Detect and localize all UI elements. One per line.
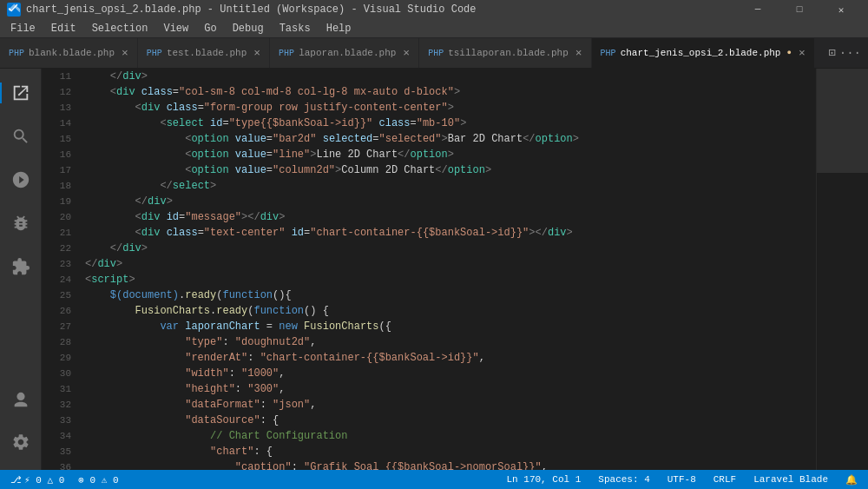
activity-search[interactable]	[0, 116, 42, 157]
menu-file[interactable]: File	[3, 21, 43, 36]
menu-view[interactable]: View	[156, 21, 195, 36]
window-controls[interactable]: ─ □ ✕	[738, 0, 861, 19]
activity-git[interactable]	[0, 159, 42, 201]
split-editor-icon[interactable]: ⊡	[828, 45, 835, 60]
tab-close-icon[interactable]: ×	[799, 47, 806, 60]
vscode-icon	[7, 3, 21, 17]
tab-icon: PHP	[279, 49, 294, 58]
git-icon: ⎇	[10, 474, 22, 486]
errors-warnings[interactable]: ⊗ 0 ⚠ 0	[75, 470, 122, 489]
line-ending[interactable]: CRLF	[710, 470, 740, 489]
activity-explorer[interactable]	[0, 72, 42, 114]
editor-area: 1112131415161718192021222324252627282930…	[42, 69, 868, 470]
bell-icon: 🔔	[845, 474, 858, 486]
line-ending-text: CRLF	[713, 474, 736, 485]
title-text: chart_jenis_opsi_2.blade.php - Untitled …	[26, 3, 476, 16]
git-status: ⚡ 0 △ 0	[24, 474, 64, 486]
minimize-button[interactable]: ─	[738, 0, 778, 19]
position-text: Ln 170, Col 1	[507, 474, 582, 485]
menu-bar: File Edit Selection View Go Debug Tasks …	[0, 19, 868, 38]
tab-blank-blade[interactable]: PHP blank.blade.php ×	[0, 38, 138, 68]
status-left: ⎇ ⚡ 0 △ 0 ⊗ 0 ⚠ 0	[7, 470, 122, 489]
more-icon[interactable]: ···	[839, 46, 861, 60]
status-bar: ⎇ ⚡ 0 △ 0 ⊗ 0 ⚠ 0 Ln 170, Col 1 Spaces: …	[0, 470, 868, 489]
status-right: Ln 170, Col 1 Spaces: 4 UTF-8 CRLF Larav…	[503, 470, 862, 489]
title-bar: chart_jenis_opsi_2.blade.php - Untitled …	[0, 0, 868, 19]
tab-icon: PHP	[428, 49, 444, 58]
tab-actions: ⊡ ···	[821, 38, 868, 68]
spaces-text: Spaces: 4	[598, 474, 649, 485]
tab-label: blank.blade.php	[29, 48, 115, 58]
errors-text: ⊗ 0 ⚠ 0	[78, 474, 118, 486]
encoding[interactable]: UTF-8	[664, 470, 700, 489]
line-numbers: 1112131415161718192021222324252627282930…	[42, 69, 78, 470]
modified-indicator: ●	[786, 49, 791, 57]
tab-close-icon[interactable]: ×	[575, 47, 582, 60]
tab-close-icon[interactable]: ×	[253, 47, 260, 60]
tab-chart-jenis-opsi[interactable]: PHP chart_jenis_opsi_2.blade.php ● ×	[592, 38, 815, 68]
activity-account[interactable]	[0, 380, 42, 421]
code-content[interactable]: </div> <div class="col-sm-8 col-md-8 col…	[78, 69, 816, 470]
menu-tasks[interactable]: Tasks	[273, 21, 318, 36]
activity-settings[interactable]	[0, 421, 42, 463]
tab-label: tsillaporan.blade.php	[448, 48, 569, 58]
activity-bar	[0, 69, 42, 470]
tab-label: chart_jenis_opsi_2.blade.php	[621, 48, 781, 58]
tab-test-blade[interactable]: PHP test.blade.php ×	[138, 38, 270, 68]
activity-bottom	[0, 380, 42, 470]
tab-label: laporan.blade.php	[299, 48, 396, 58]
tab-icon: PHP	[601, 49, 616, 58]
tab-close-icon[interactable]: ×	[403, 47, 410, 60]
menu-selection[interactable]: Selection	[85, 21, 155, 36]
main-layout: 1112131415161718192021222324252627282930…	[0, 69, 868, 470]
menu-edit[interactable]: Edit	[44, 21, 83, 36]
activity-debug[interactable]	[0, 202, 42, 244]
close-button[interactable]: ✕	[821, 0, 861, 19]
notification-bell[interactable]: 🔔	[842, 470, 861, 489]
tab-icon: PHP	[147, 49, 162, 58]
tab-laporan-blade[interactable]: PHP laporan.blade.php ×	[270, 38, 419, 68]
menu-go[interactable]: Go	[197, 21, 223, 36]
tab-tsillaporan-blade[interactable]: PHP tsillaporan.blade.php ×	[419, 38, 591, 68]
maximize-button[interactable]: □	[779, 0, 819, 19]
activity-extensions[interactable]	[0, 246, 42, 287]
tab-bar: PHP blank.blade.php × PHP test.blade.php…	[0, 38, 868, 69]
cursor-position[interactable]: Ln 170, Col 1	[503, 470, 585, 489]
tab-close-icon[interactable]: ×	[122, 47, 128, 60]
language-text: Laravel Blade	[753, 474, 828, 485]
menu-debug[interactable]: Debug	[226, 21, 271, 36]
menu-help[interactable]: Help	[319, 21, 358, 36]
title-bar-left: chart_jenis_opsi_2.blade.php - Untitled …	[7, 3, 476, 17]
tab-icon: PHP	[9, 49, 24, 58]
minimap	[816, 69, 868, 470]
language-mode[interactable]: Laravel Blade	[750, 470, 832, 489]
encoding-text: UTF-8	[667, 474, 696, 485]
indentation[interactable]: Spaces: 4	[595, 470, 653, 489]
minimap-content	[817, 69, 868, 470]
git-branch-status[interactable]: ⎇ ⚡ 0 △ 0	[7, 470, 68, 489]
code-editor[interactable]: 1112131415161718192021222324252627282930…	[42, 69, 868, 470]
tab-label: test.blade.php	[167, 48, 247, 58]
